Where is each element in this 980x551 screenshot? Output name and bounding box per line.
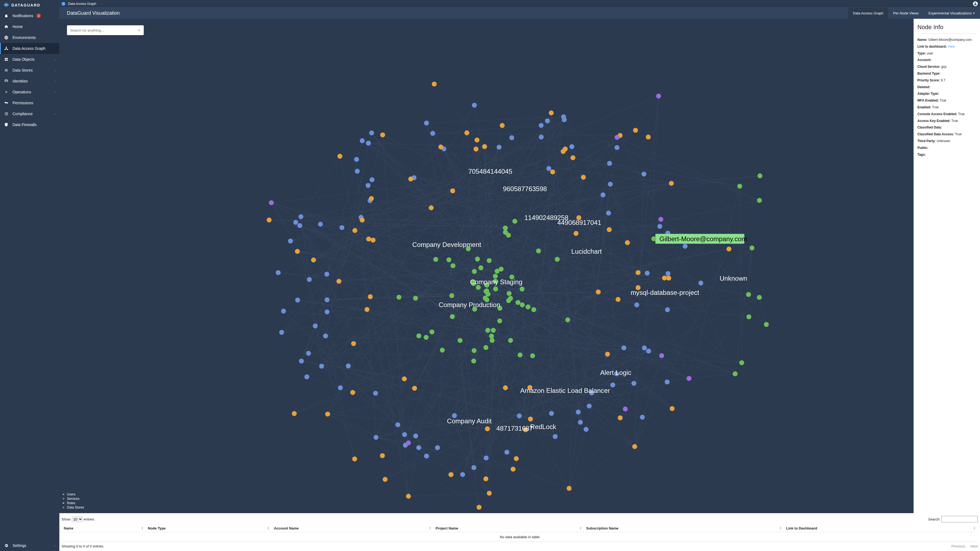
svg-point-76 — [610, 382, 615, 387]
svg-point-236 — [764, 322, 769, 327]
svg-point-230 — [757, 295, 762, 300]
tabs: Data Access Graph Per-Node Views Experim… — [848, 8, 980, 19]
svg-point-217 — [633, 128, 638, 132]
svg-point-178 — [574, 231, 579, 236]
objects-icon — [4, 57, 9, 62]
table-search-input[interactable] — [941, 516, 978, 522]
svg-point-110 — [526, 304, 531, 309]
entries-select[interactable]: 10 — [72, 516, 83, 522]
selected-node-dot[interactable] — [651, 236, 656, 241]
sidebar-item-settings[interactable]: Settings ‹ — [0, 540, 59, 551]
svg-point-202 — [596, 289, 601, 294]
graph-icon — [4, 46, 9, 51]
sidebar-item-identities[interactable]: Identities ‹ — [0, 76, 59, 87]
svg-point-8 — [549, 411, 554, 416]
tab-experimental[interactable]: Experimental Visualizations ▼ — [924, 8, 980, 19]
topbar: ‹ Data Access Graph — [59, 0, 980, 8]
collapse-sidebar-button[interactable]: ‹ — [62, 2, 65, 6]
col-name[interactable]: Name▲▼ — [62, 525, 146, 532]
next-button[interactable]: Next — [970, 544, 978, 548]
svg-point-180 — [351, 341, 356, 346]
chevron-left-icon: ‹ — [55, 58, 56, 61]
svg-point-106 — [475, 256, 480, 261]
svg-point-214 — [636, 285, 641, 290]
svg-point-33 — [355, 169, 360, 174]
svg-point-2 — [297, 223, 302, 228]
graph-label: Lucidchart — [571, 248, 602, 255]
table-controls: Show 10 entries Search: — [62, 516, 978, 522]
info-row-cloud: Cloud Service: gcp — [917, 65, 976, 69]
tab-per-node-views[interactable]: Per-Node Views — [888, 8, 924, 19]
col-link-dashboard[interactable]: Link to Dashboard▲▼ — [784, 525, 978, 532]
graph-search[interactable]: ▼ — [67, 25, 144, 35]
legend-dot-services — [63, 498, 64, 500]
svg-point-35 — [634, 303, 639, 307]
graph-canvas[interactable]: ▼ 705484144045 960587763598 114902489258… — [59, 19, 913, 513]
gear-icon — [4, 543, 9, 548]
chevron-left-icon: ‹ — [55, 544, 56, 547]
col-account-name[interactable]: Account Name▲▼ — [272, 525, 433, 532]
sidebar-item-label: Identities — [13, 79, 28, 83]
col-node-type[interactable]: Node Type▲▼ — [146, 525, 272, 532]
svg-point-123 — [517, 352, 522, 357]
sidebar-item-data-stores[interactable]: Data Stores ‹ — [0, 65, 59, 76]
sidebar-item-data-firewalls[interactable]: Data Firewalls — [0, 119, 59, 130]
svg-point-126 — [520, 303, 525, 307]
sidebar-item-label: Environments — [13, 35, 36, 40]
sidebar-item-compliance[interactable]: Compliance ‹ — [0, 108, 59, 119]
svg-point-14 — [299, 358, 304, 363]
svg-point-219 — [325, 412, 330, 417]
svg-point-53 — [569, 144, 574, 149]
search-input[interactable] — [70, 28, 138, 32]
svg-point-226 — [687, 376, 692, 381]
svg-point-203 — [402, 376, 407, 381]
col-subscription-name[interactable]: Subscription Name▲▼ — [584, 525, 784, 532]
info-row-priority: Priority Score: 9.7 — [917, 78, 976, 83]
svg-point-208 — [371, 238, 375, 242]
tab-data-access-graph[interactable]: Data Access Graph — [848, 8, 888, 19]
svg-point-176 — [566, 486, 571, 491]
svg-point-47 — [281, 309, 286, 313]
sidebar-item-operations[interactable]: Operations ‹ — [0, 87, 59, 97]
info-row-public: Public: — [917, 146, 976, 150]
svg-point-183 — [477, 505, 482, 510]
user-avatar[interactable] — [973, 2, 978, 6]
svg-point-74 — [504, 450, 509, 455]
svg-point-127 — [489, 333, 494, 338]
svg-point-227 — [406, 441, 411, 445]
sidebar-item-data-objects[interactable]: Data Objects ‹ — [0, 54, 59, 65]
sidebar-item-data-access-graph[interactable]: Data Access Graph — [0, 43, 59, 54]
graph-label: mysql-database-project — [631, 289, 699, 296]
svg-point-17 — [601, 193, 605, 197]
svg-point-73 — [471, 465, 476, 470]
selected-node-highlight[interactable] — [655, 234, 744, 244]
svg-point-199 — [528, 417, 533, 421]
sidebar-item-notifications[interactable]: Notifications 2 — [0, 10, 59, 21]
info-row-third: Third Party: Unknown — [917, 139, 976, 143]
svg-point-114 — [512, 219, 517, 224]
svg-point-222 — [656, 94, 661, 99]
svg-point-225 — [623, 406, 628, 411]
svg-point-19 — [452, 413, 457, 418]
main-area: ‹ Data Access Graph DataGuard Visualizat… — [59, 0, 980, 551]
dashboard-link[interactable]: View — [948, 45, 955, 48]
svg-point-108 — [450, 263, 455, 268]
svg-point-216 — [412, 386, 417, 391]
previous-button[interactable]: Previous — [951, 544, 965, 548]
svg-point-80 — [346, 363, 351, 368]
network-graph[interactable]: 705484144045 960587763598 114902489258 4… — [59, 19, 913, 513]
caret-down-icon: ▼ — [138, 29, 140, 32]
svg-point-69 — [360, 138, 364, 143]
svg-point-205 — [352, 457, 357, 462]
svg-point-190 — [482, 144, 487, 149]
svg-point-120 — [515, 300, 520, 305]
svg-point-200 — [563, 147, 568, 151]
breadcrumb-link[interactable]: Data Access Graph — [68, 2, 96, 6]
svg-point-235 — [737, 184, 742, 189]
sidebar-item-permissions[interactable]: Permissions — [0, 97, 59, 108]
sidebar-item-environments[interactable]: Environments — [0, 32, 59, 43]
sidebar-item-home[interactable]: Home — [0, 21, 59, 32]
col-project-name[interactable]: Project Name▲▼ — [433, 525, 584, 532]
legend-label: Services — [67, 497, 80, 501]
svg-point-159 — [646, 134, 651, 139]
